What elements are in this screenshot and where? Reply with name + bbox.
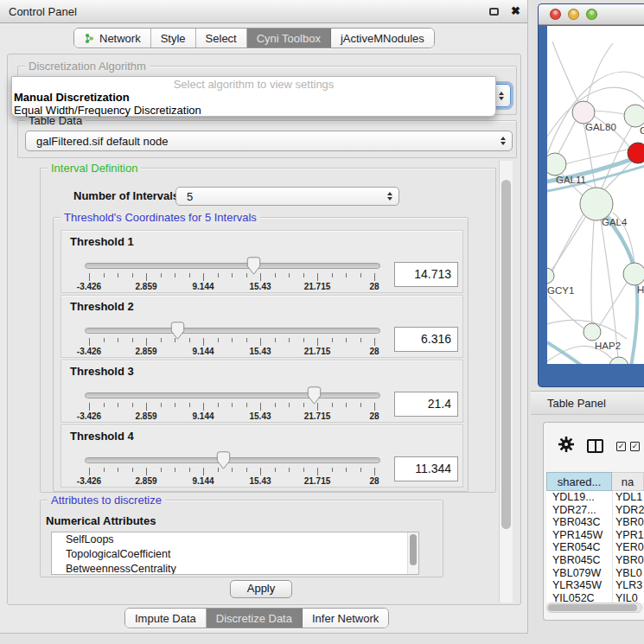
scrollbar-thumb[interactable] [548,604,637,611]
slider-tick-label: -3.426 [77,282,101,291]
slider-tick-label: 28 [369,411,379,421]
control-panel-window: Control Panel ✖ NetworkStyleSelectCyni T… [0,0,528,634]
network-edge[interactable] [552,41,578,102]
tab-impute-data[interactable]: Impute Data [125,609,207,628]
network-node[interactable] [623,263,644,285]
table-cell: YLR3 [612,579,644,592]
table-cell: YDL1 [612,491,644,504]
tab-infer-network[interactable]: Infer Network [303,609,388,628]
unselect-columns-icon[interactable]: ✓ [630,442,640,451]
attribute-list-item[interactable]: SelfLoops [52,532,418,547]
table-row[interactable]: YBR043CYBR0 [546,516,644,529]
table-row[interactable]: YIL052CYIL0 [546,592,644,603]
tab-label: Infer Network [312,612,379,625]
apply-button[interactable]: Apply [230,580,292,598]
select-all-columns-icon[interactable]: ✓ [616,442,626,451]
network-node[interactable] [547,153,566,175]
table-row[interactable]: YPR145WYPR1 [546,529,644,542]
network-edge[interactable] [601,220,618,359]
table-row[interactable]: YDL19...YDL1 [546,491,644,504]
slider-tick-label: 9.144 [192,347,214,356]
slider-tick [360,468,361,472]
float-window-icon[interactable] [489,8,499,16]
threshold-value-field[interactable]: 14.713 [394,262,458,287]
close-icon[interactable]: ✖ [511,4,520,17]
slider-tick-label: 2.859 [135,476,156,486]
tab-discretize-data[interactable]: Discretize Data [207,609,303,628]
table-data-combobox[interactable]: galFiltered.sif default node [25,131,513,151]
network-node[interactable] [628,143,644,163]
network-edge[interactable] [598,283,627,328]
slider-tick [346,403,347,407]
slider-tick [146,468,147,475]
slider-track[interactable] [85,457,380,463]
slider-tick [360,403,361,407]
slider-tick [332,468,333,472]
network-edge[interactable] [595,111,624,114]
tab-select[interactable]: Select [196,29,247,48]
threshold-value-field[interactable]: 11.344 [394,456,458,481]
network-edge[interactable] [591,220,594,323]
tab-cyni-toolbox[interactable]: Cyni Toolbox [247,29,331,48]
numerical-attributes-list[interactable]: SelfLoopsTopologicalCoefficientBetweenne… [51,532,419,575]
threshold-value-field[interactable]: 21.4 [394,392,458,417]
tab-network[interactable]: Network [74,29,151,48]
threshold-value-field[interactable]: 6.316 [394,327,458,352]
slider-track[interactable] [85,328,380,334]
table-panel-titlebar[interactable]: Table Panel [531,391,644,415]
table-row[interactable]: YBL079WYBL0 [546,567,644,580]
table-header: shared...na [546,472,644,491]
number-of-intervals-combobox[interactable]: 5 [175,187,399,206]
dropdown-option[interactable]: Manual Discretization [12,91,495,104]
network-node[interactable] [572,101,595,124]
slider-tick [161,403,162,407]
table-cell: YDL19... [546,491,612,504]
dropdown-option[interactable]: Equal Width/Frequency Discretization [12,104,495,117]
close-traffic-light[interactable] [550,9,561,20]
network-edge[interactable] [547,342,582,364]
slider-track[interactable] [85,263,380,269]
column-header[interactable]: na [612,472,644,491]
table-cell: YDR27... [546,504,612,517]
table-row[interactable]: YLR345WYLR3 [546,579,644,592]
network-canvas[interactable]: GAL80GAGAL11GAL4GCY1HHAP2 [547,26,644,364]
network-node[interactable] [580,188,613,220]
table-row[interactable]: YDR27...YDR2 [546,504,644,517]
scrollbar-thumb[interactable] [501,180,511,529]
network-node[interactable] [609,357,628,364]
tab-jactivemnodules[interactable]: jActiveMNodules [331,29,434,48]
tab-style[interactable]: Style [151,29,196,48]
slider-tick-label: 15.43 [249,411,271,421]
list-scrollbar[interactable] [407,532,418,574]
network-node[interactable] [624,105,644,127]
slider-thumb[interactable] [307,386,322,405]
slider-thumb[interactable] [216,451,231,469]
table-panel: ✓ ✓ shared...na YDL19...YDL1YDR27...YDR2… [543,422,644,621]
split-columns-icon[interactable] [587,439,603,453]
dropdown-hint: Select algorithm to view settings [12,79,495,91]
threshold-row: Threshold 4-3.4262.8599.14415.4321.71528… [61,424,463,488]
node-label: H [637,284,644,295]
slider-track[interactable] [85,392,380,399]
control-panel-titlebar[interactable]: Control Panel ✖ [0,0,527,23]
panel-scrollbar[interactable] [499,161,513,603]
table-row[interactable]: YER054CYER0 [546,541,644,554]
slider-tick-label: 15.43 [249,347,271,356]
gear-icon[interactable] [558,436,575,456]
zoom-traffic-light[interactable] [586,9,597,20]
network-node[interactable] [583,323,601,341]
table-horizontal-scrollbar[interactable] [546,603,642,613]
network-window-titlebar[interactable] [539,4,644,25]
slider-thumb[interactable] [170,322,185,340]
attribute-list-item[interactable]: TopologicalCoefficient [52,547,418,562]
minimize-traffic-light[interactable] [568,9,579,20]
network-graph: GAL80GAGAL11GAL4GCY1HHAP2 [547,26,644,364]
table-row[interactable]: YBR045CYBR0 [546,554,644,567]
network-edge[interactable] [549,296,585,329]
scrollbar-thumb[interactable] [410,534,417,565]
slider-tick [218,338,219,342]
threshold-label: Threshold 4 [70,430,134,443]
attribute-list-item[interactable]: BetweennessCentrality [52,562,418,575]
slider-thumb[interactable] [246,257,261,275]
column-header[interactable]: shared... [546,472,612,491]
